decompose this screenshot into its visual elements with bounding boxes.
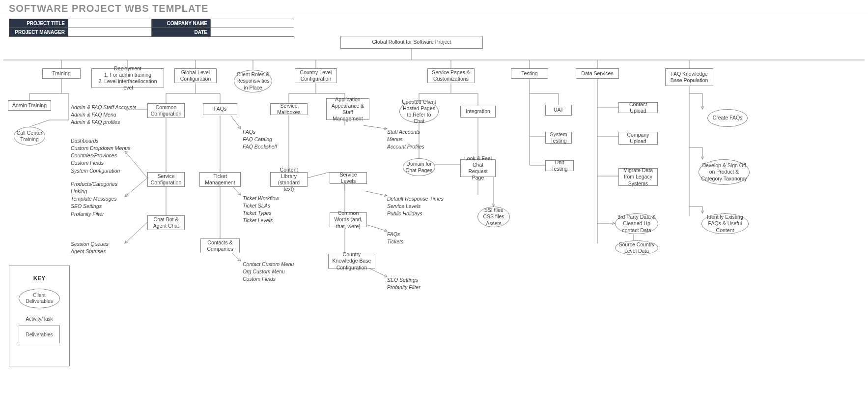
training-admin: Admin Training — [8, 100, 51, 111]
svg-line-37 — [364, 125, 387, 129]
sp-updated-client: Updated Client Hosted Pages to Refer to … — [399, 100, 439, 123]
gc-common-config: Common Configuration — [147, 103, 185, 118]
col-global-config: Global Level Configuration — [174, 68, 217, 83]
cc-service-mailboxes: Service Mailboxes — [270, 103, 308, 115]
col-faq-kb: FAQ Knowledge Base Population — [665, 68, 713, 86]
gc-contacts: Contacts & Companies — [200, 238, 240, 253]
col-testing: Testing — [511, 68, 548, 79]
key-deliverables: Deliverables — [19, 326, 60, 343]
test-system: System Testing — [545, 132, 572, 144]
col-data-services: Data Services — [576, 68, 619, 79]
faq-create: Create FAQs — [707, 109, 748, 127]
cc-app-notes: Staff Accounts Menus Account Profiles — [387, 129, 441, 150]
svg-line-28 — [231, 116, 241, 129]
key-client-deliverables: Client Deliverables — [19, 289, 60, 308]
cc-country-kb-notes: SEO Settings Profanity Filter — [387, 277, 436, 291]
gc-contacts-notes: Contact Custom Menu Org Custom Menu Cust… — [243, 261, 307, 282]
cc-service-levels: Service Levels — [330, 172, 367, 184]
cc-service-levels-notes: Default Response Times Service Levels Pu… — [387, 196, 451, 217]
sp-integration: Integration — [460, 106, 496, 118]
col-service-pages: Service Pages & Customizations — [427, 68, 475, 83]
svg-line-38 — [307, 172, 330, 178]
sp-domain-chat: Domain for Chat Pages — [403, 158, 435, 176]
deploy-notes-2: Dashboards Custom Dropdown Menus Countri… — [71, 138, 144, 174]
gc-service-config: Service Configuration — [147, 172, 185, 187]
test-unit: Unit Testing — [545, 160, 574, 171]
cc-app-appearance: Application Appearance & Staff Managemen… — [326, 98, 369, 120]
key-activity-task: Activity/Task — [9, 316, 69, 322]
col-training: Training — [42, 68, 81, 79]
training-call-center: Call Center Training — [14, 127, 45, 146]
sp-look-feel: Look & Feel Chat Request Page — [460, 159, 496, 177]
faq-identify: Identify Existing FAQs & Useful Content — [701, 213, 749, 234]
cc-common-words-notes: FAQs Tickets — [387, 231, 426, 245]
ds-migrate: Migrate Data from Legacy Systems — [618, 168, 658, 186]
wbs-canvas: Global Rollout for Software Project Trai… — [0, 0, 868, 417]
deploy-notes-3: Products/Categories Linking Template Mes… — [71, 181, 144, 217]
cc-common-words: Common Words (and, that, were) — [330, 212, 367, 227]
gc-faqs-notes: FAQs FAQ Catalog FAQ Bookshelf — [243, 129, 292, 150]
gc-chatbot: Chat Bot & Agent Chat — [147, 215, 185, 230]
faq-develop-signoff: Develop & Sign Off on Product & Category… — [699, 159, 750, 185]
ds-contact-upload: Contact Upload — [618, 102, 658, 113]
gc-faqs: FAQs — [203, 103, 237, 115]
cc-content-library: Content Library (standard text) — [270, 172, 308, 187]
deploy-notes-1: Admin & FAQ Staff Accounts Admin & FAQ M… — [71, 104, 144, 125]
deploy-notes-4: Session Queues Agent Statuses — [71, 241, 144, 255]
key-title: KEY — [9, 275, 69, 282]
gc-ticket-mgmt: Ticket Management — [199, 172, 241, 187]
sp-ssi: SSI files CSS files Assets — [477, 207, 510, 227]
cc-country-kb: Country Knowledge Base Configuration — [328, 254, 375, 268]
ds-source-country: Source Country Level Data — [615, 240, 658, 255]
ds-third-party: 3rd Party Data & Cleaned Up contact Data — [615, 213, 658, 234]
col-client-roles: Client Roles & Responsivities in Place — [234, 70, 272, 92]
svg-line-40 — [364, 191, 387, 196]
ds-company-upload: Company Upload — [618, 132, 658, 145]
gc-ticket-notes: Ticket Workflow Ticket SLAs Ticket Types… — [243, 195, 292, 224]
col-country-config: Country Level Configuration — [295, 68, 337, 83]
test-uat: UAT — [545, 105, 572, 116]
svg-line-42 — [364, 224, 387, 231]
svg-line-25 — [125, 222, 147, 243]
key-panel: KEY Client Deliverables Activity/Task De… — [9, 266, 70, 366]
col-deployment: Deployment 1. For admin training 2. Leve… — [91, 68, 164, 88]
root-box: Global Rollout for Software Project — [340, 36, 483, 49]
